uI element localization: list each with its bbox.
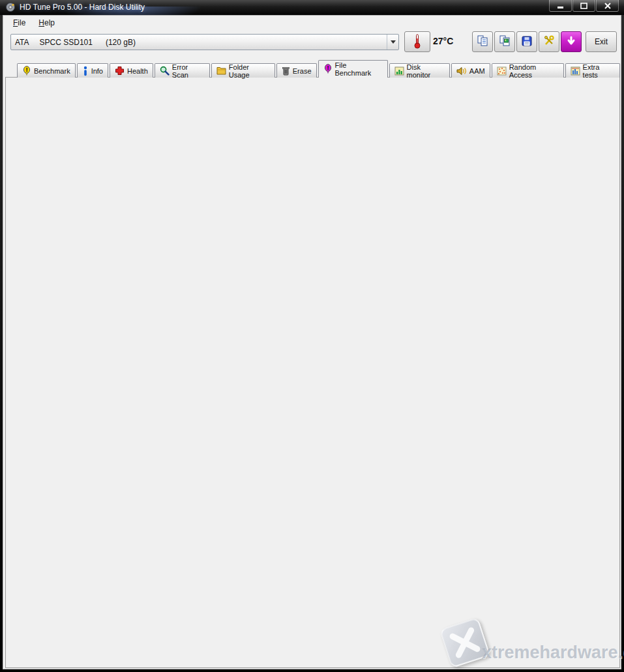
save-icon (522, 36, 532, 48)
tab-label: Extra tests (583, 63, 615, 79)
save-button[interactable] (516, 31, 537, 52)
copy-text-button[interactable] (472, 31, 493, 52)
copy-image-button[interactable] (494, 31, 515, 52)
temperature-button[interactable] (404, 31, 430, 52)
folder-usage-icon (216, 66, 226, 75)
drive-select-value: ATA SPCC SSD101 (120 gB) (11, 38, 387, 47)
tab-label: Disk monitor (407, 63, 445, 79)
temperature-value: 27°C (433, 36, 453, 46)
random-access-icon (497, 66, 507, 76)
tab-info[interactable]: Info (77, 63, 108, 78)
minimize-button[interactable] (549, 0, 572, 12)
tab-disk-monitor[interactable]: Disk monitor (389, 63, 450, 78)
svg-text:!: ! (25, 66, 27, 73)
watermark-text: xtremehardware.com (482, 643, 624, 663)
svg-text:!: ! (327, 64, 329, 71)
tab-health[interactable]: Health (110, 63, 153, 78)
tab-label: Health (127, 67, 148, 75)
tab-label: Folder Usage (229, 63, 270, 79)
file-benchmark-icon: ! (323, 64, 333, 74)
thermometer-icon (413, 33, 422, 51)
window-controls (548, 0, 619, 12)
close-button[interactable] (596, 0, 619, 12)
combo-arrow[interactable] (387, 35, 398, 50)
tab-label: Error Scan (172, 63, 205, 79)
copy-text-icon (477, 35, 488, 48)
options-button[interactable] (539, 31, 559, 52)
error-scan-icon (160, 66, 170, 76)
tab-file-benchmark[interactable]: !File Benchmark (318, 60, 388, 78)
tab-extra-tests[interactable]: Extra tests (565, 63, 620, 78)
download-arrow-icon (566, 36, 576, 48)
tab-benchmark[interactable]: !Benchmark (17, 63, 76, 78)
window-title: HD Tune Pro 5.00 - Hard Disk Utility (20, 3, 145, 12)
app-icon (5, 2, 16, 12)
tabbar: !BenchmarkInfoHealthError ScanFolder Usa… (17, 62, 621, 78)
exit-label: Exit (595, 37, 608, 46)
copy-image-icon (499, 35, 511, 48)
benchmark-icon: ! (22, 66, 31, 76)
tab-label: Erase (293, 67, 312, 75)
exit-button[interactable]: Exit (586, 31, 617, 52)
aam-icon (456, 66, 467, 76)
health-icon (115, 66, 125, 76)
titlebar: HD Tune Pro 5.00 - Hard Disk Utility (0, 0, 624, 15)
client-area: File Help ATA SPCC SSD101 (120 gB) 27°C … (3, 15, 621, 669)
tab-label: Random Access (509, 63, 559, 79)
screen: { "window": { "title": "HD Tune Pro 5.00… (0, 0, 624, 672)
update-button[interactable] (561, 31, 582, 52)
extra-tests-icon (571, 66, 580, 76)
disk-monitor-icon (394, 66, 404, 76)
options-icon (544, 35, 555, 48)
tab-label: File Benchmark (335, 61, 383, 77)
tab-aam[interactable]: AAM (451, 63, 490, 78)
file-benchmark-panel (5, 77, 620, 668)
drive-select-combobox[interactable]: ATA SPCC SSD101 (120 gB) (10, 34, 399, 50)
tab-label: Benchmark (34, 67, 70, 75)
tab-random-access[interactable]: Random Access (492, 63, 564, 78)
tab-erase[interactable]: Erase (276, 63, 317, 78)
tab-label: Info (91, 67, 103, 75)
maximize-button[interactable] (572, 0, 595, 12)
menu-help[interactable]: Help (33, 17, 60, 29)
tab-folder-usage[interactable]: Folder Usage (211, 63, 275, 78)
info-icon (82, 66, 89, 76)
tab-error-scan[interactable]: Error Scan (155, 63, 210, 78)
erase-icon (282, 66, 290, 76)
menubar: File Help (8, 17, 60, 29)
menu-file[interactable]: File (8, 17, 31, 29)
tab-label: AAM (469, 67, 485, 75)
